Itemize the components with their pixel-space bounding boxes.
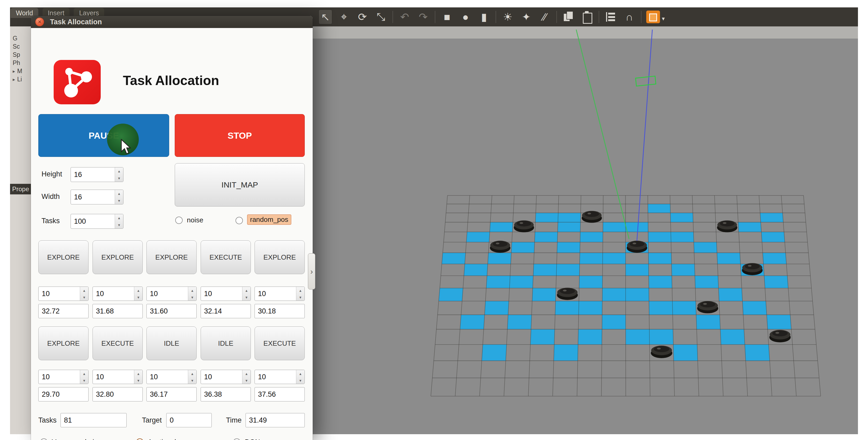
spin-down-icon[interactable]: ▾	[115, 197, 123, 204]
spin-arrows[interactable]: ▴▾	[115, 167, 123, 182]
robot-value-field[interactable]: 37.56	[254, 387, 305, 401]
robot-count-spinbox[interactable]: 10▴▾	[147, 370, 197, 384]
radio-icon[interactable]	[236, 217, 243, 224]
close-icon[interactable]: ✕	[35, 18, 44, 26]
robot-value-field[interactable]: 36.38	[200, 387, 251, 401]
robot-state-button[interactable]: EXECUTE	[254, 327, 305, 360]
spin-arrows[interactable]: ▴▾	[188, 370, 196, 384]
spin-arrows[interactable]: ▴▾	[296, 370, 305, 384]
robot-count-spinbox[interactable]: 10▴▾	[38, 370, 89, 384]
spin-value: 10	[147, 370, 188, 384]
robot-count-spinbox[interactable]: 10▴▾	[254, 286, 305, 301]
spin-value: 10	[255, 287, 296, 301]
robot-value-field[interactable]: 29.70	[38, 387, 89, 401]
robot-state-button[interactable]: EXPLORE	[38, 240, 89, 274]
spot-light-icon[interactable]: ✦	[519, 9, 533, 24]
spin-arrows[interactable]: ▴▾	[134, 370, 143, 384]
box-shape-icon[interactable]: ■	[440, 9, 454, 24]
robot-count-spinbox[interactable]: 10▴▾	[38, 286, 89, 301]
spin-arrows[interactable]: ▴▾	[115, 214, 123, 229]
robot-count-spinbox[interactable]: 10▴▾	[93, 370, 143, 384]
spin-up-icon[interactable]: ▴	[115, 214, 123, 221]
spin-up-icon: ▴	[242, 370, 251, 377]
pause-button[interactable]: PAUSE	[38, 114, 169, 157]
spin-arrows[interactable]: ▴▾	[80, 370, 88, 384]
robot-value-field[interactable]: 30.18	[254, 304, 305, 318]
align-icon[interactable]	[604, 9, 618, 24]
height-spinbox[interactable]: 16 ▴▾	[70, 167, 123, 182]
robot-state-button[interactable]: EXPLORE	[254, 240, 305, 274]
spin-arrows[interactable]: ▴▾	[134, 287, 143, 301]
spin-down-icon[interactable]: ▾	[115, 221, 123, 229]
robot-state-button[interactable]: IDLE	[147, 327, 197, 360]
random-pos-option[interactable]: random_pos	[236, 214, 291, 225]
robot-value-field[interactable]: 31.60	[147, 304, 197, 318]
stop-button[interactable]: STOP	[175, 114, 305, 157]
spin-arrows[interactable]: ▴▾	[188, 287, 196, 301]
scale-tool-icon[interactable]: ⤡	[374, 9, 388, 24]
spin-arrows[interactable]: ▴▾	[242, 287, 251, 301]
world-tree-item[interactable]: Ph	[10, 59, 31, 67]
task-allocation-dialog: ✕ Task Allocation Task Allocation PAUSE …	[31, 16, 313, 440]
summary-time-label: Time	[226, 416, 242, 425]
spin-down-icon[interactable]: ▾	[115, 175, 123, 182]
world-tree-item[interactable]: ▸M	[10, 67, 31, 75]
world-tree-item[interactable]: G	[10, 34, 31, 42]
spin-up-icon[interactable]: ▴	[115, 167, 123, 175]
robot-value-field[interactable]: 36.17	[147, 387, 197, 401]
tasks-spinbox[interactable]: 100 ▴▾	[70, 214, 123, 229]
insert-model-icon[interactable]: ▾	[646, 10, 660, 23]
redo-icon: ↷	[416, 9, 430, 24]
robot-state-button[interactable]: EXECUTE	[200, 240, 251, 274]
spin-arrows[interactable]: ▴▾	[296, 287, 305, 301]
robot-state-button[interactable]: IDLE	[200, 327, 251, 360]
sphere-shape-icon[interactable]: ●	[459, 9, 472, 24]
expand-arrow-icon[interactable]: ▸	[13, 77, 15, 82]
noise-option-label: noise	[187, 216, 203, 224]
directional-light-icon[interactable]: ∕∕	[538, 9, 552, 24]
robot-state-button[interactable]: EXECUTE	[93, 327, 143, 360]
robot-count-spinbox[interactable]: 10▴▾	[200, 370, 251, 384]
algorithm-radio-auction_base[interactable]: Auction_base	[136, 438, 189, 440]
dialog-titlebar[interactable]: ✕ Task Allocation	[31, 16, 313, 28]
algorithm-radio-dqn[interactable]: DQN	[233, 438, 260, 440]
expand-arrow-icon[interactable]: ▸	[13, 68, 15, 74]
summary-time-field[interactable]: 31.49	[246, 413, 305, 427]
robot-value-field[interactable]: 32.72	[38, 304, 89, 318]
robot-count-spinbox[interactable]: 10▴▾	[254, 370, 305, 384]
world-tree-item[interactable]: Sc	[10, 42, 31, 51]
robot-state-button[interactable]: EXPLORE	[93, 240, 143, 274]
robot-value-field[interactable]: 32.80	[93, 387, 143, 401]
spin-up-icon: ▴	[188, 287, 196, 294]
summary-tasks-field[interactable]: 81	[61, 413, 127, 427]
robot-count-spinbox[interactable]: 10▴▾	[200, 286, 251, 301]
panel-expand-handle[interactable]: ›	[308, 253, 315, 290]
world-tree-item[interactable]: Sp	[10, 51, 31, 59]
snap-icon[interactable]: ∩	[622, 9, 636, 24]
summary-target-field[interactable]: 0	[166, 413, 212, 427]
spin-arrows[interactable]: ▴▾	[242, 370, 251, 384]
robot-count-spinbox[interactable]: 10▴▾	[147, 286, 197, 301]
init-map-button[interactable]: INIT_MAP	[175, 163, 305, 206]
select-tool-icon[interactable]: ↖	[318, 9, 332, 24]
spin-up-icon[interactable]: ▴	[115, 190, 123, 197]
robot-state-button[interactable]: EXPLORE	[147, 240, 197, 274]
point-light-icon[interactable]: ☀	[501, 9, 515, 24]
paste-icon[interactable]	[580, 9, 594, 24]
spin-arrows[interactable]: ▴▾	[80, 287, 88, 301]
tree-item-label: G	[13, 35, 18, 42]
robot-value-field[interactable]: 31.68	[93, 304, 143, 318]
world-tree-item[interactable]: ▸Li	[10, 75, 31, 83]
algorithm-radio-vacancy_chain[interactable]: Vacancy_chain	[40, 438, 98, 440]
rotate-tool-icon[interactable]: ⟳	[355, 9, 369, 24]
robot-state-button[interactable]: EXPLORE	[38, 327, 89, 360]
robot-value-field[interactable]: 32.14	[200, 304, 251, 318]
copy-icon[interactable]	[562, 9, 576, 24]
robot-count-spinbox[interactable]: 10▴▾	[93, 286, 143, 301]
translate-tool-icon[interactable]: ⌖	[337, 9, 351, 24]
noise-option[interactable]: noise	[175, 216, 203, 224]
radio-icon[interactable]	[175, 216, 183, 224]
spin-arrows[interactable]: ▴▾	[115, 190, 123, 204]
width-spinbox[interactable]: 16 ▴▾	[70, 190, 123, 204]
cylinder-shape-icon[interactable]: ▮	[477, 9, 491, 24]
